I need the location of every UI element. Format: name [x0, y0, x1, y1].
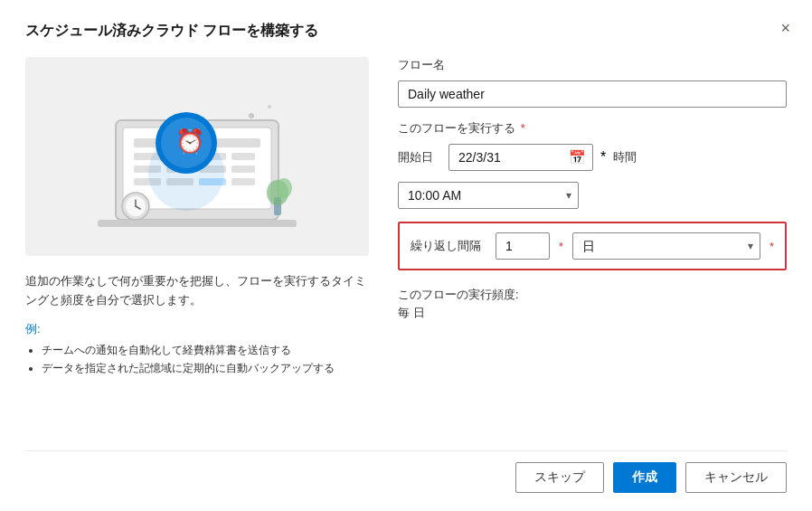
time-select-wrap: 10:00 AM 11:00 AM 12:00 PM 1:00 PM ▾: [398, 182, 579, 209]
illustration: ⏰: [25, 57, 369, 256]
flow-name-input[interactable]: [398, 80, 787, 108]
svg-rect-6: [231, 153, 255, 160]
repeat-required: *: [559, 240, 563, 253]
repeat-section: 繰り返し間隔 * 分 時間 日 週 月 ▾ *: [398, 222, 787, 270]
left-panel: ⏰ 追加の作業なしで何が重要かを把握し、フローを実行するタイミングと頻度を自: [25, 57, 369, 429]
flow-name-label: フロー名: [398, 57, 787, 73]
svg-rect-14: [231, 178, 255, 185]
left-bullet-2: データを指定された記憶域に定期的に自動バックアップする: [42, 359, 369, 377]
left-example-label: 例:: [25, 321, 369, 337]
repeat-unit-required: *: [770, 240, 774, 253]
dialog-title: スケジュール済みクラウド フローを構築する: [25, 22, 787, 41]
time-label: 時間: [613, 149, 637, 166]
svg-rect-15: [98, 220, 297, 227]
svg-point-21: [268, 105, 271, 109]
left-bullet-1: チームへの通知を自動化して経費精算書を送信する: [42, 341, 369, 359]
start-date-label: 開始日: [398, 149, 441, 166]
create-button[interactable]: 作成: [613, 462, 676, 493]
run-section: このフローを実行する * 開始日 📅 * 時間: [398, 120, 787, 209]
date-required: *: [600, 149, 606, 166]
left-description: 追加の作業なしで何が重要かを把握し、フローを実行するタイミングと頻度を自分で選択…: [25, 272, 369, 310]
svg-point-20: [249, 113, 254, 118]
repeat-unit-select[interactable]: 分 時間 日 週 月: [572, 232, 760, 260]
flow-name-group: フロー名: [398, 57, 787, 108]
svg-point-24: [276, 178, 292, 198]
time-select[interactable]: 10:00 AM 11:00 AM 12:00 PM 1:00 PM: [398, 182, 579, 209]
left-bullets: チームへの通知を自動化して経費精算書を送信する データを指定された記憶域に定期的…: [25, 341, 369, 378]
dialog-container: スケジュール済みクラウド フローを構築する ×: [0, 0, 812, 511]
close-button[interactable]: ×: [777, 16, 794, 40]
run-section-label: このフローを実行する *: [398, 120, 787, 137]
freq-title: このフローの実行頻度:: [398, 287, 787, 303]
date-input-wrap: 📅: [448, 144, 593, 171]
freq-section: このフローの実行頻度: 毎 日: [398, 287, 787, 321]
freq-value: 毎 日: [398, 305, 787, 321]
svg-text:⏰: ⏰: [175, 127, 205, 156]
repeat-unit-wrap: 分 時間 日 週 月 ▾: [572, 232, 760, 260]
start-date-row: 開始日 📅 * 時間: [398, 144, 787, 171]
cancel-button[interactable]: キャンセル: [685, 462, 787, 493]
right-panel: フロー名 このフローを実行する * 開始日 📅 * 時間: [398, 57, 787, 429]
time-select-wrap-outer: 10:00 AM 11:00 AM 12:00 PM 1:00 PM ▾: [398, 182, 787, 209]
dialog-footer: スキップ 作成 キャンセル: [25, 450, 787, 493]
start-date-input[interactable]: [448, 144, 593, 171]
repeat-number-input[interactable]: [496, 232, 550, 260]
svg-rect-10: [231, 166, 255, 173]
repeat-label: 繰り返し間隔: [411, 238, 481, 254]
dialog-body: ⏰ 追加の作業なしで何が重要かを把握し、フローを実行するタイミングと頻度を自: [25, 57, 787, 429]
skip-button[interactable]: スキップ: [515, 462, 604, 493]
